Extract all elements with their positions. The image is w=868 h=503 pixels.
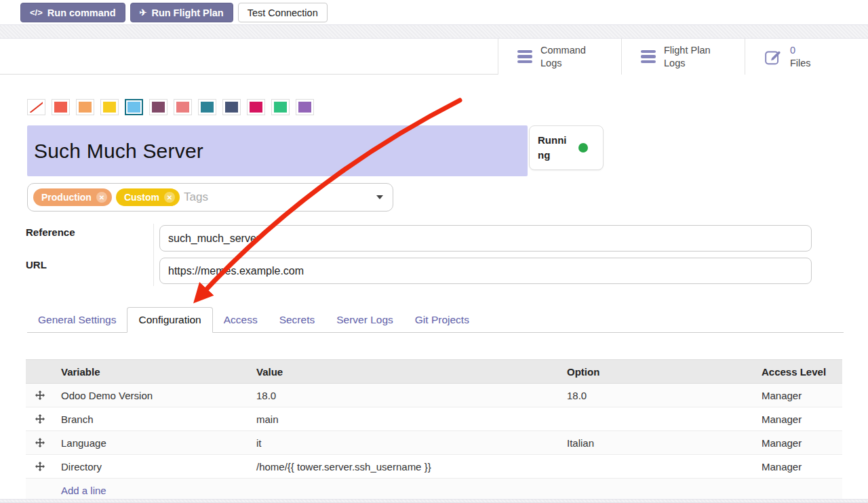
color-swatch-magenta[interactable] (247, 99, 265, 115)
table-row[interactable]: Branch main Manager (26, 407, 842, 431)
page-title: Such Much Server (34, 140, 203, 163)
remove-tag-icon[interactable]: ✕ (96, 192, 107, 203)
column-header-option: Option (560, 360, 755, 383)
files-label: Files (790, 58, 811, 68)
cell-access-level[interactable]: Manager (755, 384, 842, 407)
reference-label: Reference (26, 226, 75, 238)
color-swatch-purple[interactable] (296, 99, 314, 115)
table-header-row: Variable Value Option Access Level (26, 359, 842, 384)
cell-option[interactable]: 18.0 (560, 384, 755, 407)
url-label: URL (26, 259, 47, 270)
page-background-strip (0, 499, 868, 503)
chevron-down-icon[interactable] (376, 195, 383, 199)
column-header-value: Value (250, 360, 560, 383)
notebook-tabs: General Settings Configuration Access Se… (27, 306, 844, 333)
files-count: 0 (790, 45, 795, 56)
status-dot-icon (578, 143, 588, 153)
command-logs-label-line1: Command (540, 45, 586, 56)
cell-access-level[interactable]: Manager (755, 431, 842, 454)
run-flight-plan-label: Run Flight Plan (151, 7, 223, 18)
tag-custom-label: Custom (124, 192, 159, 203)
cell-value[interactable]: main (250, 407, 560, 430)
drag-handle-icon[interactable] (26, 384, 54, 407)
color-swatch-dark-purple[interactable] (149, 99, 167, 115)
list-icon (517, 50, 532, 64)
cell-value[interactable]: 18.0 (250, 384, 560, 407)
flight-plan-logs-stat-button[interactable]: Flight Plan Logs (621, 39, 745, 75)
cell-option[interactable] (560, 455, 755, 478)
color-swatch-salmon[interactable] (174, 99, 192, 115)
files-stat-button[interactable]: 0 Files (745, 39, 868, 75)
cell-option[interactable]: Italian (560, 431, 755, 454)
command-logs-stat-button[interactable]: Command Logs (498, 39, 621, 75)
tags-placeholder: Tags (184, 190, 208, 204)
list-icon (641, 50, 656, 64)
form-separator (153, 224, 154, 286)
status-badge[interactable]: Running (529, 125, 604, 170)
table-row[interactable]: Language it Italian Manager (26, 431, 842, 455)
color-swatch-none[interactable] (27, 99, 45, 115)
tab-secrets[interactable]: Secrets (269, 308, 326, 332)
reference-input[interactable] (159, 225, 812, 252)
flight-plan-logs-label-line1: Flight Plan (664, 45, 711, 56)
cell-variable[interactable]: Directory (54, 455, 250, 478)
page-background-strip (0, 24, 868, 39)
color-swatch-dark-blue[interactable] (222, 99, 241, 115)
table-row[interactable]: Odoo Demo Version 18.0 18.0 Manager (26, 384, 842, 407)
color-swatch-orange[interactable] (76, 99, 94, 115)
drag-handle-icon[interactable] (26, 431, 54, 454)
tab-configuration[interactable]: Configuration (127, 307, 212, 333)
flight-plan-logs-label-line2: Logs (664, 58, 685, 68)
cell-variable[interactable]: Branch (54, 407, 250, 430)
color-swatch-green[interactable] (271, 99, 290, 115)
remove-tag-icon[interactable]: ✕ (164, 192, 175, 203)
tab-access[interactable]: Access (213, 308, 269, 332)
cell-value[interactable]: it (250, 431, 560, 454)
test-connection-button[interactable]: Test Connection (238, 3, 328, 22)
drag-handle-icon[interactable] (26, 455, 54, 478)
code-icon: </> (30, 7, 43, 18)
add-a-line-link[interactable]: Add a line (54, 479, 842, 502)
column-header-variable: Variable (54, 360, 250, 383)
plane-icon: ✈ (140, 7, 147, 18)
edit-square-icon (764, 48, 782, 66)
color-swatch-yellow[interactable] (100, 99, 119, 115)
tags-field[interactable]: Production ✕ Custom ✕ Tags (27, 183, 393, 212)
cell-option[interactable] (560, 407, 755, 430)
column-header-access-level: Access Level (755, 360, 842, 383)
run-command-label: Run command (47, 7, 116, 18)
cell-value[interactable]: /home/{{ tower.server.ssh_username }} (250, 455, 560, 478)
tag-custom: Custom ✕ (116, 188, 180, 206)
color-swatch-red[interactable] (52, 99, 70, 115)
url-input[interactable] (159, 258, 812, 284)
cell-variable[interactable]: Odoo Demo Version (54, 384, 250, 407)
color-palette (27, 99, 314, 115)
form-statusbar: Command Logs Flight Plan Logs 0 Files (0, 39, 868, 75)
cell-variable[interactable]: Language (54, 431, 250, 454)
tag-production-label: Production (41, 192, 92, 203)
drag-handle-icon[interactable] (26, 407, 54, 430)
test-connection-label: Test Connection (248, 7, 318, 18)
cell-access-level[interactable]: Manager (755, 455, 842, 478)
color-swatch-teal[interactable] (198, 99, 216, 115)
run-flight-plan-button[interactable]: ✈Run Flight Plan (130, 3, 233, 22)
table-row[interactable]: Directory /home/{{ tower.server.ssh_user… (26, 455, 842, 479)
tab-git-projects[interactable]: Git Projects (404, 308, 480, 332)
status-label: Running (538, 133, 572, 163)
run-command-button[interactable]: </>Run command (20, 3, 125, 22)
tab-general-settings[interactable]: General Settings (27, 308, 127, 332)
server-name-field[interactable]: Such Much Server (27, 125, 528, 176)
tab-server-logs[interactable]: Server Logs (326, 308, 404, 332)
command-logs-label-line2: Logs (540, 58, 561, 68)
color-swatch-light-blue-selected[interactable] (125, 99, 143, 115)
tag-production: Production ✕ (33, 188, 112, 206)
cell-access-level[interactable]: Manager (755, 407, 842, 430)
handle-column-header (26, 360, 54, 383)
top-toolbar: </>Run command ✈Run Flight Plan Test Con… (0, 0, 868, 24)
configuration-table: Variable Value Option Access Level Odoo … (26, 359, 842, 502)
